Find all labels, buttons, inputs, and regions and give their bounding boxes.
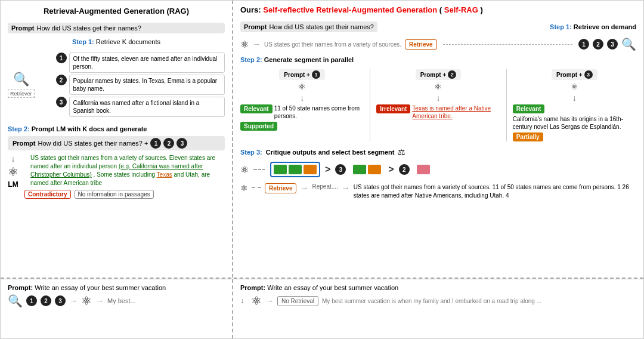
- seg2-header: Prompt + 2: [416, 69, 462, 80]
- arrow-right-1: →: [252, 39, 261, 49]
- seg-divider-1: [370, 69, 370, 141]
- seg3-network: ⚛: [571, 82, 578, 91]
- left-step2-text: Prompt LM with K docs and generate: [32, 125, 147, 132]
- left-prompt-text: How did US states get their names?: [37, 24, 141, 32]
- right-step1-text: Retrieve on demand: [574, 23, 636, 30]
- winner-block1: [274, 165, 287, 174]
- retriever-label: Retriever: [8, 90, 35, 98]
- seg2-arrow: ↓: [436, 93, 440, 103]
- search-icon: 🔍: [13, 72, 29, 87]
- bottom-left: Prompt: Write an essay of your best summ…: [1, 279, 233, 338]
- block2-1: [417, 165, 430, 174]
- rank2-num: 2: [399, 164, 410, 175]
- doc-num-2: 2: [56, 75, 67, 85]
- long-text: My best summer vacation is when my famil…: [322, 298, 541, 304]
- winner-block3: [304, 165, 317, 174]
- right-title: Ours: Self-reflective Retrieval-Augmente…: [240, 5, 483, 14]
- network-icon-bottom-left: ⚛: [81, 294, 92, 308]
- seg3-partially: Partially: [513, 132, 543, 141]
- right-panel: Ours: Self-reflective Retrieval-Augmente…: [233, 1, 643, 278]
- arrow-right-final3: →: [342, 183, 350, 193]
- right-num3: 3: [607, 39, 618, 50]
- bottom-right-arrow: →: [265, 296, 274, 306]
- contradictory-badge: Contradictory: [24, 190, 71, 199]
- dashed-arrow-step3: [253, 169, 265, 170]
- segments-row: Prompt + 1 ⚛ ↓ Relevant 11 of 50 state n…: [240, 69, 636, 141]
- scale-icon: ⚖: [398, 147, 405, 157]
- block3-2: [368, 165, 381, 174]
- winner-block2: [289, 165, 302, 174]
- prompt-label: Prompt: [11, 24, 35, 32]
- rank3-num: 3: [335, 164, 346, 175]
- search-icon-bottom-left: 🔍: [8, 294, 23, 308]
- retrieve-btn-final[interactable]: Retrieve: [265, 183, 296, 193]
- seg1-relevant: Relevant: [240, 104, 273, 113]
- num2: 2: [163, 138, 174, 149]
- seg1-prompt: Prompt +: [284, 72, 310, 78]
- network-icon-right: ⚛: [240, 39, 249, 50]
- segment-col-3: Prompt + 3 ⚛ ↓ Relevant California's nam…: [513, 69, 636, 141]
- right-title-red: Self-reflective Retrieval-Augmented Gene…: [263, 5, 437, 14]
- left-panel: Retrieval-Augmented Generation (RAG) Pro…: [1, 1, 233, 278]
- arrow-right-final2: →: [300, 183, 308, 193]
- gen-line: US states got their names from a variety…: [264, 41, 401, 48]
- prompt2-text: How did US states get their names? +: [38, 140, 148, 147]
- right-title-close: ): [480, 5, 482, 14]
- seg3-prompt: Prompt +: [556, 72, 583, 78]
- final-output: US states got their names from a variety…: [354, 183, 636, 200]
- doc-text-1: Of the fifty states, eleven are named af…: [69, 53, 225, 73]
- bottom-right-arrow-down: ↓: [240, 297, 244, 305]
- bottom-right-flow: ↓ ⚛ → No Retrieval My best summer vacati…: [240, 294, 636, 308]
- seg3-arrow: ↓: [572, 93, 577, 103]
- gen-text2: . Some states including: [94, 171, 157, 178]
- bottom-num2: 2: [41, 295, 51, 306]
- bottom-right-prompt-label: Prompt:: [240, 284, 265, 291]
- seg2-num: 2: [448, 70, 456, 79]
- bottom-right-prompt-text: Write an essay of your best summer vacat…: [267, 284, 398, 291]
- left-step2-label: Step 2:: [8, 125, 30, 132]
- right-num2: 2: [593, 39, 603, 50]
- retrieve-btn-1[interactable]: Retrieve: [405, 39, 436, 50]
- right-step2-label: Step 2:: [240, 56, 262, 63]
- bottom-num3: 3: [55, 295, 66, 306]
- right-step1-label: Step 1:: [550, 23, 572, 30]
- num1: 1: [150, 138, 161, 149]
- num3: 3: [177, 138, 187, 149]
- bottom-right-prompt-line: Prompt: Write an essay of your best summ…: [240, 284, 636, 291]
- right-step3-label: Step 3:: [240, 149, 262, 156]
- seg3-relevant: Relevant: [513, 104, 545, 113]
- doc-list: 1 Of the fifty states, eleven are named …: [56, 53, 225, 117]
- seg3-body: California's name has its origins in a 1…: [513, 115, 636, 131]
- left-title: Retrieval-Augmented Generation (RAG): [8, 7, 225, 16]
- left-prompt-box: Prompt How did US states get their names…: [8, 23, 225, 33]
- left-prompt2-box: Prompt How did US states get their names…: [8, 136, 225, 150]
- bottom-right: Prompt: Write an essay of your best summ…: [233, 279, 643, 338]
- bottom-section: Prompt: Write an essay of your best summ…: [1, 279, 643, 338]
- right-prompt-box: Prompt How did US states get their names…: [240, 21, 377, 32]
- right-step2-text: Generate segment in parallel: [264, 56, 354, 63]
- seg2-prompt: Prompt +: [420, 72, 447, 78]
- bottom-left-prompt-label: Prompt:: [8, 284, 33, 291]
- no-retrieval-badge: No Retrieval: [277, 296, 318, 306]
- gen-link2: Texas: [157, 171, 172, 178]
- doc-item-1: 1 Of the fifty states, eleven are named …: [56, 53, 225, 73]
- seg1-arrow: ↓: [300, 93, 304, 103]
- seg1-network: ⚛: [298, 82, 306, 91]
- arrow-down-icon: ↓: [11, 154, 16, 164]
- seg1-supported: Supported: [240, 122, 277, 131]
- score-block-2: [414, 163, 432, 176]
- network-icon-step3: ⚛: [240, 164, 249, 175]
- doc-num-1: 1: [56, 53, 67, 63]
- right-prompt-label: Prompt: [244, 23, 267, 30]
- bottom-num1: 1: [26, 295, 37, 306]
- doc-text-2: Popular names by states. In Texas, Emma …: [69, 75, 225, 95]
- seg3-num: 3: [584, 70, 593, 79]
- search-icon-right: 🔍: [621, 37, 636, 51]
- bottom-left-arrow: →: [69, 296, 78, 306]
- my-best-text: My best...: [107, 297, 136, 304]
- lm-row: ↓ ⚛ LM US states got their names from a …: [8, 154, 225, 199]
- repeat-text: Repeat....: [312, 183, 338, 190]
- seg1-num: 1: [312, 70, 320, 79]
- retriever-row: 🔍 Retriever 1 Of the fifty states, eleve…: [8, 53, 225, 117]
- score-block-3: [351, 163, 383, 176]
